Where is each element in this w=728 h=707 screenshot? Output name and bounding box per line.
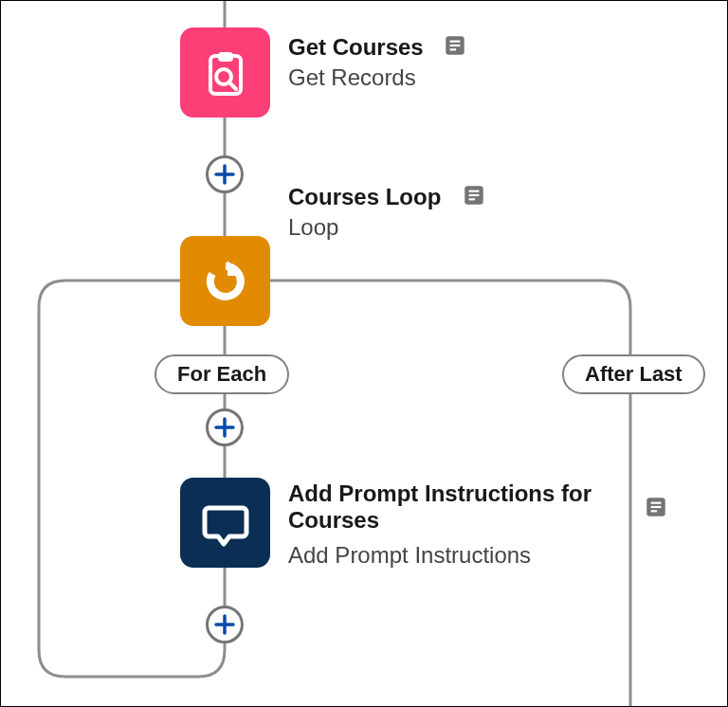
loop-refresh-icon bbox=[199, 255, 252, 308]
node-add-prompt-title: Add Prompt Instructions for Courses bbox=[288, 480, 622, 534]
svg-rect-15 bbox=[651, 510, 658, 512]
svg-rect-9 bbox=[469, 190, 480, 192]
node-courses-loop-title: Courses Loop bbox=[288, 184, 441, 210]
svg-line-3 bbox=[229, 82, 236, 89]
add-element-button-1[interactable] bbox=[206, 155, 244, 193]
node-get-courses-subtitle: Get Records bbox=[288, 64, 416, 91]
clipboard-search-icon bbox=[199, 46, 252, 100]
svg-rect-13 bbox=[651, 502, 662, 504]
node-courses-loop-subtitle: Loop bbox=[288, 214, 338, 241]
plus-icon bbox=[214, 164, 235, 185]
svg-rect-5 bbox=[450, 41, 461, 43]
node-add-prompt[interactable] bbox=[180, 478, 270, 568]
node-get-courses-title: Get Courses bbox=[288, 34, 424, 61]
svg-rect-14 bbox=[651, 506, 662, 508]
add-element-button-2[interactable] bbox=[206, 408, 244, 446]
svg-rect-7 bbox=[450, 48, 457, 50]
badge-after-last: After Last bbox=[562, 354, 705, 394]
node-add-prompt-subtitle: Add Prompt Instructions bbox=[288, 542, 531, 569]
svg-rect-11 bbox=[469, 198, 476, 200]
plus-icon bbox=[214, 417, 235, 438]
add-element-button-3[interactable] bbox=[206, 606, 244, 644]
node-courses-loop[interactable] bbox=[180, 236, 270, 326]
svg-rect-1 bbox=[218, 52, 233, 62]
description-icon[interactable] bbox=[462, 183, 486, 208]
plus-icon bbox=[214, 614, 235, 635]
svg-rect-10 bbox=[469, 194, 480, 196]
node-get-courses[interactable] bbox=[180, 27, 270, 118]
chat-bubble-icon bbox=[199, 497, 252, 550]
description-icon[interactable] bbox=[443, 33, 467, 58]
badge-for-each: For Each bbox=[155, 354, 289, 394]
description-icon[interactable] bbox=[644, 495, 668, 519]
svg-rect-6 bbox=[450, 45, 461, 46]
